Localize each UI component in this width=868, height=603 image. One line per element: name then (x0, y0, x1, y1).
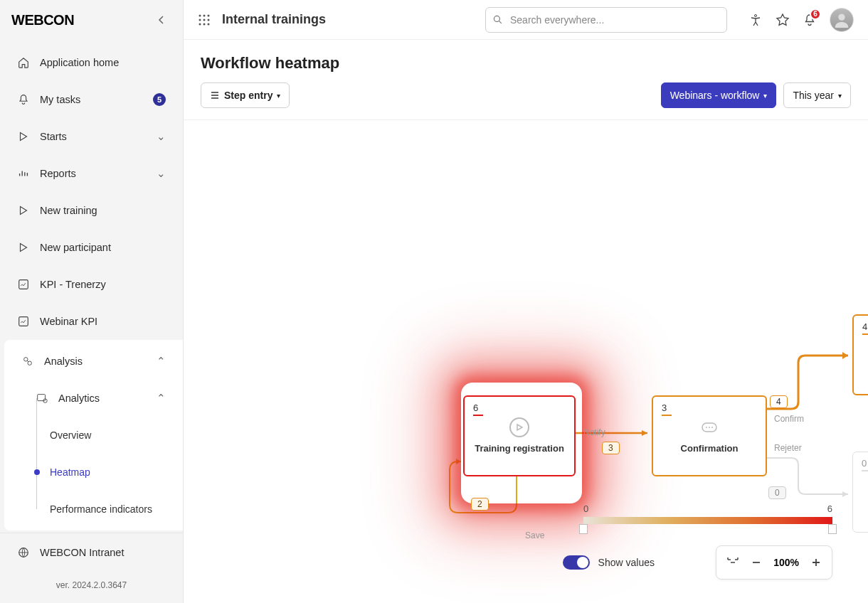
sidebar-item-heatmap[interactable]: Heatmap (4, 454, 183, 491)
svg-point-21 (709, 427, 710, 428)
search-container (485, 7, 727, 33)
path-label-confirm: Confirm (774, 414, 804, 424)
path-label-rejeter: Rejeter (774, 443, 802, 453)
fit-to-screen-button[interactable] (726, 556, 739, 569)
period-label: This year (793, 90, 834, 101)
svg-point-8 (203, 14, 206, 16)
collapse-sidebar-button[interactable] (152, 10, 171, 30)
legend-handle-max[interactable] (828, 524, 837, 534)
zoom-in-button[interactable] (810, 557, 822, 568)
sidebar-label: My tasks (40, 94, 80, 105)
svg-point-18 (838, 14, 845, 20)
accessibility-icon (748, 13, 763, 27)
sidebar-item-analysis[interactable]: Analysis ⌃ (4, 343, 183, 380)
page-title: Workflow heatmap (201, 54, 851, 73)
svg-point-20 (706, 427, 707, 428)
avatar-icon (832, 10, 852, 30)
zoom-out-button[interactable] (751, 557, 762, 568)
analytics-icon (36, 392, 48, 405)
sidebar-item-starts[interactable]: Starts ⌄ (0, 118, 183, 155)
legend-min: 0 (583, 503, 588, 514)
step-entry-dropdown[interactable]: Step entry ▾ (201, 82, 290, 108)
show-values-toggle[interactable] (563, 555, 590, 570)
accessibility-button[interactable] (748, 13, 763, 27)
workflow-label: Webinars - workflow (670, 90, 760, 101)
node-label: Training registration (475, 443, 564, 455)
sidebar-item-new-participant[interactable]: New participant (0, 229, 183, 266)
sidebar-item-intranet[interactable]: WEBCON Intranet (0, 533, 183, 572)
dashboard-icon (17, 315, 30, 328)
node-participant-registered[interactable]: 4 Participant registered (852, 314, 868, 395)
my-tasks-badge: 5 (153, 93, 166, 106)
chevron-up-icon: ⌃ (157, 356, 166, 367)
start-step-icon (509, 417, 529, 437)
node-count: 6 (473, 402, 483, 416)
legend-max: 6 (827, 503, 832, 514)
node-label: Confirmation (681, 443, 739, 455)
bell-icon (17, 93, 30, 106)
sidebar-label: Starts (40, 131, 67, 142)
sidebar-item-reports[interactable]: Reports ⌄ (0, 155, 183, 192)
heat-legend: 0 6 (583, 503, 832, 524)
period-dropdown[interactable]: This year ▾ (783, 82, 851, 108)
show-values-toggle-row: Show values (563, 555, 655, 570)
chevron-left-icon (157, 15, 166, 25)
sidebar-label: Webinar KPI (40, 316, 97, 327)
path-badge-confirm: 4 (770, 395, 788, 408)
page-header: Workflow heatmap Step entry ▾ Webinars -… (184, 40, 868, 120)
show-values-label: Show values (598, 557, 655, 568)
svg-point-9 (208, 14, 210, 16)
svg-rect-0 (19, 280, 28, 289)
chevron-down-icon: ⌄ (157, 131, 166, 142)
step-entry-label: Step entry (224, 90, 272, 101)
sidebar-item-application-home[interactable]: Application home (0, 44, 183, 81)
logo: WEBCON (11, 12, 74, 28)
svg-point-10 (199, 18, 201, 21)
node-count: 4 (862, 321, 868, 335)
intermediate-step-icon (699, 417, 719, 437)
path-label-notify: Notify (583, 427, 605, 437)
node-training-cancelled[interactable]: 0 ! Training cancelled (852, 452, 868, 533)
legend-handle-min[interactable] (579, 524, 588, 534)
sidebar: WEBCON Application home My tasks 5 Start… (0, 0, 184, 603)
path-badge-notify: 3 (602, 442, 620, 454)
sidebar-item-overview[interactable]: Overview (4, 417, 183, 454)
play-icon (17, 130, 30, 143)
favorites-button[interactable] (776, 13, 790, 27)
path-badge-rejeter: 0 (768, 486, 786, 499)
sidebar-label: KPI - Trenerzy (40, 279, 106, 290)
sidebar-item-analytics[interactable]: Analytics ⌃ (4, 380, 183, 417)
waffle-icon[interactable] (198, 14, 211, 26)
analysis-icon (21, 355, 34, 368)
star-icon (776, 13, 790, 27)
sidebar-item-kpi-trenerzy[interactable]: KPI - Trenerzy (0, 266, 183, 303)
sidebar-item-webinar-kpi[interactable]: Webinar KPI (0, 303, 183, 340)
chevron-up-icon: ⌃ (157, 393, 166, 404)
sidebar-label: Reports (40, 168, 76, 179)
analysis-group: Analysis ⌃ Analytics ⌃ Overview Heatmap … (4, 340, 183, 530)
sidebar-item-my-tasks[interactable]: My tasks 5 (0, 81, 183, 118)
heatmap-canvas[interactable]: 6 Training registration 3 Confirmation 4… (184, 120, 868, 603)
svg-point-22 (711, 427, 713, 428)
notifications-button[interactable]: 6 (803, 13, 817, 27)
node-count: 0 (862, 458, 868, 471)
svg-point-12 (208, 18, 210, 21)
svg-rect-1 (19, 317, 28, 326)
sidebar-item-new-training[interactable]: New training (0, 192, 183, 229)
path-label-save: Save (525, 530, 544, 540)
bar-chart-icon (17, 167, 30, 180)
list-icon (210, 90, 220, 100)
user-avatar[interactable] (830, 8, 854, 32)
search-input[interactable] (485, 7, 727, 33)
sidebar-item-performance-indicators[interactable]: Performance indicators (4, 491, 183, 528)
globe-icon (17, 546, 30, 559)
app-title: Internal trainings (222, 12, 326, 27)
workflow-dropdown[interactable]: Webinars - workflow ▾ (661, 82, 777, 108)
play-outline-icon (17, 241, 30, 254)
version-label: ver. 2024.2.0.3647 (0, 572, 183, 603)
topbar: Internal trainings 6 (184, 0, 868, 40)
node-training-registration[interactable]: 6 Training registration (463, 395, 576, 476)
zoom-controls: 100% (716, 545, 832, 580)
svg-point-7 (199, 14, 201, 16)
node-confirmation[interactable]: 3 Confirmation (652, 395, 767, 476)
